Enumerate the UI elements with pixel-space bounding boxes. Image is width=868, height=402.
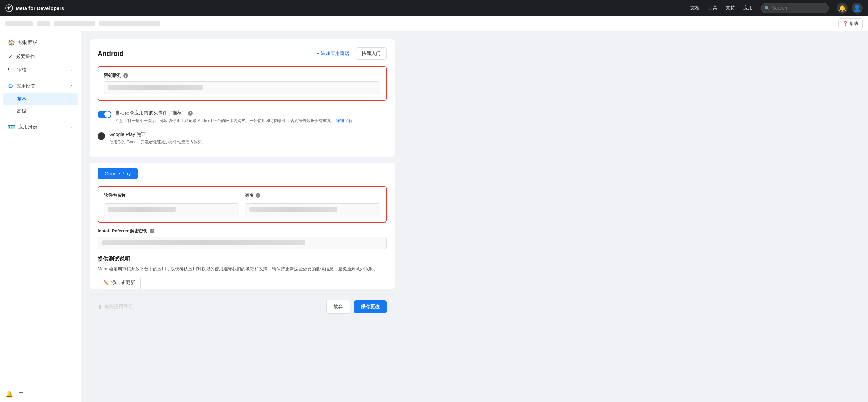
- discard-button[interactable]: 放弃: [326, 300, 350, 314]
- toggle-knob: [104, 111, 111, 118]
- cred-title: Google Play 凭证: [109, 132, 387, 138]
- sidebar-sub-item-advanced[interactable]: 高级: [3, 106, 78, 117]
- install-ref-blurred: [102, 240, 305, 245]
- package-name-input[interactable]: [104, 203, 239, 216]
- install-ref-label: Install Referrer 解密密钥 i: [98, 228, 387, 234]
- shield-icon: 🛡: [8, 67, 14, 73]
- test-desc-title: 提供测试说明: [98, 256, 387, 263]
- auto-record-row: 自动记录应用内购买事件（推荐） i 注意：打开这个开关后，你应该停止手动记录 A…: [98, 106, 387, 128]
- cred-dot: [98, 132, 105, 140]
- auto-record-text: 自动记录应用内购买事件（推荐） i 注意：打开这个开关后，你应该停止手动记录 A…: [115, 110, 387, 124]
- app-layout: 🏠 控制面板 ✓ 必要操作 🛡 审核 ∨ ⚙ 应用设置 ∧ 基本 高级 🪪 应用…: [0, 0, 868, 402]
- section-title: Android: [98, 50, 124, 58]
- sidebar-item-required[interactable]: ✓ 必要操作: [3, 50, 78, 63]
- chevron-up-icon: ∧: [70, 84, 73, 89]
- help-button[interactable]: ❓ 帮助: [838, 18, 863, 29]
- nav-blurred-2: [37, 21, 50, 26]
- logo[interactable]: Meta for Developers: [5, 4, 64, 12]
- sidebar: 🏠 控制面板 ✓ 必要操作 🛡 审核 ∨ ⚙ 应用设置 ∧ 基本 高级 🪪 应用…: [0, 31, 81, 402]
- sidebar-item-dashboard-label: 控制面板: [18, 40, 37, 46]
- key-hash-label: 密钥散列 i: [104, 72, 380, 79]
- auto-record-info-icon[interactable]: i: [188, 111, 193, 116]
- bell-icon[interactable]: 🔔: [5, 390, 13, 398]
- main-content: Android + 添加应用商店 快速入门 密钥散列 i: [81, 31, 868, 402]
- nav-blurred-3: [54, 21, 95, 26]
- secondary-navigation: ❓ 帮助: [0, 16, 868, 31]
- list-icon[interactable]: ☰: [18, 390, 24, 398]
- sidebar-item-app-identity-label: 应用身份: [18, 124, 37, 130]
- package-name-group: 软件包名称: [104, 192, 239, 216]
- section-actions: + 添加应用商店 快速入门: [313, 47, 387, 60]
- nav-blurred-4: [99, 21, 160, 26]
- user-avatar[interactable]: 👤: [852, 3, 863, 14]
- cred-text: Google Play 凭证 使用你的 Google 开发者凭证减少欺诈性应用内…: [109, 132, 387, 145]
- chevron-down-icon-2: ∨: [70, 125, 73, 129]
- section-header: Android + 添加应用商店 快速入门: [98, 47, 387, 60]
- class-name-group: 类名 i: [245, 192, 380, 216]
- install-ref-info-icon[interactable]: i: [150, 229, 154, 233]
- pencil-icon: ✏️: [103, 280, 109, 285]
- search-wrapper: 🔍: [761, 3, 829, 13]
- nav-tools[interactable]: 工具: [708, 5, 717, 11]
- install-referrer-section: Install Referrer 解密密钥 i: [98, 228, 387, 249]
- remove-store-button[interactable]: 🗑 移除应用商店: [98, 304, 133, 310]
- tabs-section: Google Play 软件包名称 类名: [90, 163, 395, 289]
- check-icon: ✓: [8, 53, 13, 60]
- key-hash-box: 密钥散列 i: [98, 66, 387, 101]
- android-section: Android + 添加应用商店 快速入门 密钥散列 i: [90, 39, 395, 157]
- sidebar-item-app-settings[interactable]: ⚙ 应用设置 ∧: [3, 80, 78, 93]
- notification-icon[interactable]: 🔔: [837, 3, 848, 14]
- nav-apps[interactable]: 应用: [743, 5, 753, 11]
- store-tabs: Google Play: [98, 168, 387, 179]
- auto-record-sub-text: 注意：打开这个开关后，你应该停止手动记录 Android 平台的应用内购买、开始…: [115, 118, 387, 124]
- cred-desc: 使用你的 Google 开发者凭证减少欺诈性应用内购买。: [109, 139, 387, 145]
- sidebar-item-review-label: 审核: [17, 67, 26, 73]
- settings-icon: ⚙: [8, 83, 13, 89]
- search-icon: 🔍: [764, 6, 770, 11]
- key-hash-info-icon[interactable]: i: [123, 73, 128, 78]
- search-input[interactable]: [761, 3, 829, 13]
- class-name-info-icon[interactable]: i: [256, 193, 260, 198]
- id-icon: 🪪: [8, 124, 15, 130]
- sidebar-item-app-identity[interactable]: 🪪 应用身份 ∨: [3, 120, 78, 133]
- top-navigation: Meta for Developers 文档 工具 支持 应用 🔍 🔔 👤: [0, 0, 868, 16]
- install-ref-input[interactable]: [98, 237, 387, 249]
- quick-start-button[interactable]: 快速入门: [356, 47, 387, 60]
- google-play-cred-row: Google Play 凭证 使用你的 Google 开发者凭证减少欺诈性应用内…: [98, 128, 387, 149]
- home-icon: 🏠: [8, 39, 15, 46]
- package-class-box: 软件包名称 类名 i: [98, 186, 387, 223]
- sidebar-item-app-settings-label: 应用设置: [16, 83, 35, 89]
- bottom-bar: 🗑 移除应用商店 放弃 保存更改: [90, 294, 395, 319]
- test-description-section: 提供测试说明 Meta 会定期审核开放平台中的应用，以便确认应用对权限的使用遵守…: [98, 256, 387, 289]
- key-hash-input[interactable]: [104, 81, 380, 94]
- key-hash-blurred-value: [108, 85, 203, 90]
- bottom-right-buttons: 放弃 保存更改: [326, 300, 387, 314]
- auto-record-main-text: 自动记录应用内购买事件（推荐） i: [115, 110, 387, 116]
- class-name-blurred: [249, 207, 337, 212]
- add-update-button[interactable]: ✏️ 添加或更新: [98, 277, 141, 289]
- save-button[interactable]: 保存更改: [354, 300, 387, 313]
- tab-google-play[interactable]: Google Play: [98, 168, 138, 179]
- class-name-input[interactable]: [245, 203, 380, 216]
- logo-text: Meta for Developers: [16, 5, 64, 11]
- auto-record-link[interactable]: 详细了解: [336, 118, 352, 123]
- sidebar-item-review[interactable]: 🛡 审核 ∨: [3, 64, 78, 77]
- help-label: 帮助: [849, 21, 858, 27]
- nav-docs[interactable]: 文档: [690, 5, 700, 11]
- class-name-label: 类名 i: [245, 192, 380, 198]
- nav-support[interactable]: 支持: [726, 5, 735, 11]
- trash-icon: 🗑: [98, 304, 102, 310]
- sidebar-sub-item-basic[interactable]: 基本: [3, 93, 78, 105]
- sidebar-item-required-label: 必要操作: [16, 54, 35, 60]
- two-col-grid: 软件包名称 类名 i: [104, 192, 380, 216]
- package-name-blurred: [108, 207, 176, 212]
- add-store-button[interactable]: + 添加应用商店: [313, 48, 353, 59]
- sidebar-item-dashboard[interactable]: 🏠 控制面板: [3, 36, 78, 49]
- chevron-down-icon: ∨: [70, 68, 73, 72]
- package-name-label: 软件包名称: [104, 192, 239, 198]
- auto-record-toggle[interactable]: [98, 111, 111, 118]
- sidebar-bottom: 🔔 ☰: [0, 386, 81, 402]
- test-desc-text: Meta 会定期审核开放平台中的应用，以便确认应用对权限的使用遵守我们的条款和政…: [98, 266, 387, 273]
- help-icon: ❓: [843, 21, 848, 26]
- nav-icons: 🔔 👤: [837, 3, 863, 14]
